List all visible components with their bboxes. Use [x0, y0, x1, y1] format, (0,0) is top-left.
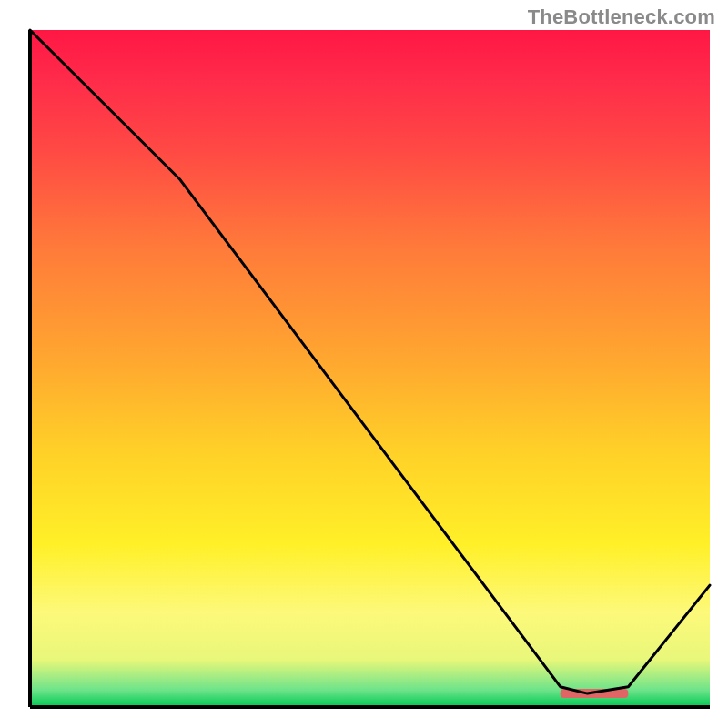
- bottleneck-chart: [0, 0, 728, 728]
- chart-stage: TheBottleneck.com: [0, 0, 728, 728]
- watermark-label: TheBottleneck.com: [528, 5, 715, 29]
